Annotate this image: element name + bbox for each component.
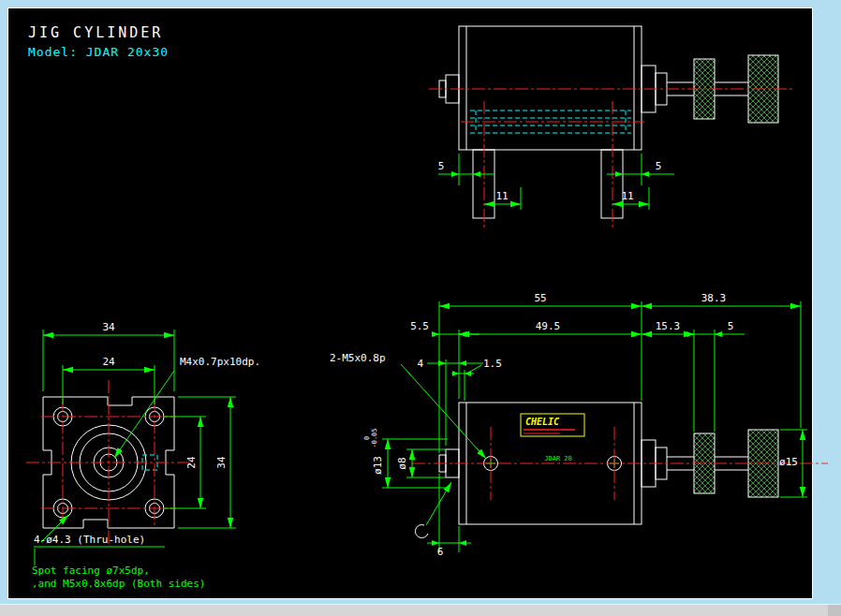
side-port-leader: 2-M5x0.8p <box>330 352 486 459</box>
side-view: CHELIC JDAR 20 55 38.3 <box>330 292 828 558</box>
top-body-outline <box>459 26 642 150</box>
side-dia-13-tol-upper: 0 <box>363 436 371 440</box>
front-spot-note-2: ,and M5x0.8x6dp (Both sides) <box>32 578 205 590</box>
side-dim-5-5: 5.5 <box>410 320 429 332</box>
nameplate-brand: CHELIC <box>525 417 559 427</box>
horizontal-scrollbar[interactable] <box>0 604 841 616</box>
front-dim-24-right: 24 <box>185 456 198 469</box>
top-view: 5 11 5 11 <box>429 26 792 230</box>
side-dia-8: ø8 <box>396 457 408 469</box>
front-centerlines <box>26 380 193 545</box>
front-thru-label: 4-ø4.3 (Thru-hole) <box>34 534 145 546</box>
side-port-label: 2-M5x0.8p <box>330 352 386 364</box>
side-dia-13: ø13 <box>372 456 384 475</box>
scrollbar-corner <box>828 605 841 616</box>
front-spot-note-1: Spot facing ø7x5dp, <box>32 565 150 577</box>
front-dimensions: 34 24 24 34 <box>43 321 236 528</box>
drawing-svg: JIG CYLINDER Model: JDAR 20x30 <box>0 0 841 616</box>
side-dim-4: 4 <box>417 358 423 370</box>
side-nameplate: CHELIC <box>521 414 584 436</box>
top-dim-5-right: 5 <box>656 160 662 172</box>
wrench-symbol <box>415 525 428 538</box>
side-dim-49-5: 49.5 <box>536 320 561 332</box>
front-dim-34-right: 34 <box>215 456 228 469</box>
side-dia-13-tol-lower: -0.05 <box>371 428 378 447</box>
drawing-model: Model: JDAR 20x30 <box>28 45 169 59</box>
front-dim-24-top: 24 <box>102 356 115 368</box>
nameplate-model: JDAR 20 <box>544 455 572 462</box>
front-thru-note: 4-ø4.3 (Thru-hole) Spot facing ø7x5dp, ,… <box>32 515 205 590</box>
side-dim-1-5: 1.5 <box>483 358 502 370</box>
side-wrench-dim: 6 <box>415 474 471 558</box>
side-dim-6: 6 <box>437 546 444 558</box>
side-dimensions-horizontal: 55 38.3 5.5 49.5 15.3 5 <box>410 292 801 453</box>
front-thread-leader <box>114 371 174 458</box>
front-thread-label: M4x0.7px10dp. <box>180 356 260 368</box>
top-dim-11-right: 11 <box>621 190 633 202</box>
drawing-header: JIG CYLINDER Model: JDAR 20x30 <box>28 24 169 59</box>
side-dim-15-3: 15.3 <box>656 320 681 332</box>
side-dimensions-vertical: ø8 ø13 0 -0.05 ø15 <box>363 428 807 497</box>
front-dim-34-top: 34 <box>102 321 115 333</box>
top-dim-5-left: 5 <box>438 160 445 172</box>
side-dia-15: ø15 <box>779 456 798 468</box>
top-dimensions: 5 11 5 11 <box>438 154 674 210</box>
front-view: M4x0.7px10dp. 34 24 24 34 <box>26 321 260 590</box>
side-dim-5: 5 <box>728 320 734 332</box>
side-dim-38-3: 38.3 <box>701 292 727 304</box>
top-centerlines <box>429 89 792 230</box>
cad-window: JIG CYLINDER Model: JDAR 20x30 <box>0 0 841 616</box>
side-dim-55: 55 <box>534 292 546 304</box>
top-dim-11-left: 11 <box>495 190 508 202</box>
drawing-title: JIG CYLINDER <box>28 24 163 41</box>
